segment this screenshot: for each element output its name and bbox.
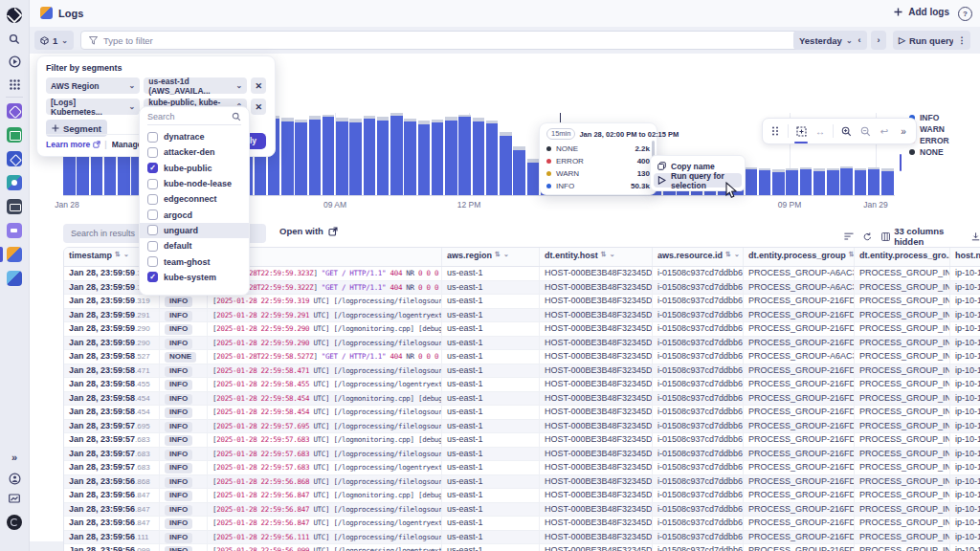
- chevron-down-icon[interactable]: ⌄: [610, 251, 615, 258]
- column-header-pgi[interactable]: dt.entity.process_gro...⇅⌄: [855, 248, 950, 266]
- log-row[interactable]: Jan 28, 23:59:57.683INFO[2025-01-28 22:5…: [64, 448, 980, 462]
- search-icon[interactable]: [7, 32, 22, 47]
- help-user-icon[interactable]: [7, 471, 22, 486]
- dropdown-search-input[interactable]: Search: [147, 112, 241, 125]
- checkbox-unchecked[interactable]: [147, 256, 158, 267]
- histogram-bar[interactable]: [309, 120, 322, 195]
- time-back-button[interactable]: ‹: [852, 31, 867, 50]
- legend-item-none[interactable]: NONE: [909, 147, 944, 157]
- histogram-bar[interactable]: [349, 122, 362, 195]
- log-row[interactable]: Jan 28, 23:59:59.291INFO[2025-01-28 22:5…: [64, 309, 980, 323]
- remove-segment-1-button[interactable]: ✕: [251, 99, 266, 115]
- expand-sidebar-icon[interactable]: »: [7, 450, 22, 465]
- column-header-region[interactable]: aws.region⇅⌄: [442, 248, 540, 266]
- wrap-text-icon[interactable]: [844, 231, 854, 242]
- dropdown-option-edgeconnect[interactable]: edgeconnect: [140, 191, 249, 207]
- sort-icon[interactable]: ⇅: [725, 251, 731, 258]
- histogram-bar[interactable]: [336, 121, 348, 195]
- checkbox-unchecked[interactable]: [147, 225, 158, 235]
- dropdown-option-team-ghost[interactable]: team-ghost: [140, 253, 249, 269]
- dropdown-option-argocd[interactable]: argocd: [140, 207, 249, 222]
- undo-icon[interactable]: ↩: [876, 122, 893, 140]
- zoom-in-icon[interactable]: [837, 122, 855, 140]
- dropdown-option-kube-node-lease[interactable]: kube-node-lease: [140, 176, 249, 191]
- log-row[interactable]: Jan 28, 23:59:57.683INFO[2025-01-28 22:5…: [64, 433, 980, 448]
- histogram-bar[interactable]: [840, 168, 853, 195]
- histogram-bar[interactable]: [772, 172, 785, 195]
- histogram-bar[interactable]: [445, 121, 457, 195]
- app-icon-logs-active[interactable]: [7, 247, 22, 262]
- histogram-bar[interactable]: [500, 136, 512, 195]
- zoom-out-icon[interactable]: [857, 122, 874, 140]
- log-row[interactable]: Jan 28, 23:59:59.290INFO[2025-01-28 22:5…: [64, 322, 980, 337]
- checkbox-unchecked[interactable]: [147, 194, 158, 205]
- log-row[interactable]: Jan 28, 23:59:57.683INFO[2025-01-28 22:5…: [64, 461, 980, 475]
- log-row[interactable]: Jan 28, 23:59:58.454INFO[2025-01-28 22:5…: [64, 392, 980, 407]
- segment-key-select-0[interactable]: AWS Region⌄: [46, 77, 140, 94]
- checkbox-checked[interactable]: ✓: [147, 163, 158, 173]
- column-header-resource[interactable]: aws.resource.id⇅⌄: [653, 248, 744, 266]
- sort-icon[interactable]: ⇅: [115, 251, 121, 258]
- help-icon[interactable]: ?: [958, 7, 972, 21]
- histogram-bar[interactable]: [404, 121, 416, 195]
- histogram-bar[interactable]: [390, 116, 403, 195]
- log-row[interactable]: Jan 28, 23:59:56.099INFO[2025-01-28 22:5…: [64, 544, 980, 551]
- dynatrace-logo-icon[interactable]: [7, 8, 22, 23]
- app-icon-services[interactable]: [7, 175, 22, 190]
- apps-grid-icon[interactable]: [7, 77, 22, 92]
- log-row[interactable]: Jan 28, 23:59:58.527NONE[2025-01-28T22:5…: [64, 350, 980, 364]
- segment-value-select-0[interactable]: us-east-1d (AWS_AVAILA...⌄: [144, 77, 247, 94]
- segment-key-select-1[interactable]: [Logs] Kubernetes...⌄: [46, 99, 140, 115]
- column-header-host[interactable]: dt.entity.host⇅⌄: [540, 248, 653, 266]
- app-icon-notebooks[interactable]: [7, 223, 22, 238]
- chevron-down-icon[interactable]: ⌄: [123, 251, 129, 258]
- account-avatar[interactable]: [7, 515, 22, 530]
- chart-selection-handle[interactable]: [900, 154, 902, 171]
- histogram-bar[interactable]: [486, 123, 499, 195]
- dropdown-option-default[interactable]: default: [140, 238, 249, 253]
- log-row[interactable]: Jan 28, 23:59:56.847INFO[2025-01-28 22:5…: [64, 503, 980, 518]
- histogram-bar[interactable]: [432, 122, 444, 195]
- sort-icon[interactable]: ⇅: [601, 251, 607, 258]
- play-circle-icon[interactable]: [7, 54, 22, 69]
- learn-more-link[interactable]: Learn more: [46, 140, 90, 149]
- log-row[interactable]: Jan 28, 23:59:57.695INFO[2025-01-28 22:5…: [64, 420, 980, 434]
- histogram-bar[interactable]: [473, 121, 485, 195]
- log-row[interactable]: Jan 28, 23:59:58.454INFO[2025-01-28 22:5…: [64, 406, 980, 420]
- app-icon-clouds[interactable]: [7, 271, 22, 286]
- checkbox-unchecked[interactable]: [147, 209, 158, 220]
- segment-filter-chip[interactable]: 1 ⌄: [34, 31, 74, 50]
- histogram-bar[interactable]: [458, 117, 471, 195]
- histogram-bar[interactable]: [418, 124, 431, 195]
- dropdown-option-kube-public[interactable]: ✓kube-public: [140, 161, 249, 176]
- chevron-down-icon[interactable]: ⌄: [503, 251, 509, 258]
- chevron-down-icon[interactable]: ⌄: [734, 251, 740, 258]
- app-icon-dashboards[interactable]: [7, 151, 22, 166]
- histogram-bar[interactable]: [377, 121, 390, 195]
- column-header-hostname[interactable]: host.name: [950, 248, 980, 266]
- log-row[interactable]: Jan 28, 23:59:56.847INFO[2025-01-28 22:5…: [64, 517, 980, 531]
- app-icon-hosts[interactable]: [7, 199, 22, 214]
- checkbox-checked[interactable]: ✓: [147, 272, 158, 282]
- sort-icon[interactable]: ⇅: [495, 251, 501, 258]
- log-row[interactable]: Jan 28, 23:59:56.111INFO[2025-01-28 22:5…: [64, 531, 980, 545]
- app-icon-infrastructure[interactable]: [7, 103, 22, 119]
- log-row[interactable]: Jan 28, 23:59:58.455INFO[2025-01-28 22:5…: [64, 378, 980, 392]
- checkbox-unchecked[interactable]: [147, 179, 158, 189]
- drag-handle-icon[interactable]: [767, 122, 784, 140]
- checkbox-unchecked[interactable]: [147, 132, 158, 143]
- time-forward-button[interactable]: ›: [871, 31, 886, 50]
- horizontal-span-icon[interactable]: ↔: [812, 122, 829, 140]
- monitoring-icon[interactable]: [7, 492, 22, 507]
- query-filter-input[interactable]: Type to filter: [80, 31, 815, 50]
- histogram-bar[interactable]: [759, 170, 771, 195]
- more-tools-icon[interactable]: »: [895, 122, 912, 140]
- dropdown-option-kube-system[interactable]: ✓kube-system: [140, 270, 249, 285]
- dropdown-option-dynatrace[interactable]: dynatrace: [140, 129, 249, 144]
- histogram-bar[interactable]: [281, 121, 294, 195]
- histogram-bar[interactable]: [881, 171, 894, 195]
- checkbox-unchecked[interactable]: [147, 241, 158, 252]
- histogram-bar[interactable]: [295, 122, 307, 195]
- histogram-bar[interactable]: [868, 169, 880, 195]
- log-row[interactable]: Jan 28, 23:59:56.847INFO[2025-01-28 22:5…: [64, 489, 980, 503]
